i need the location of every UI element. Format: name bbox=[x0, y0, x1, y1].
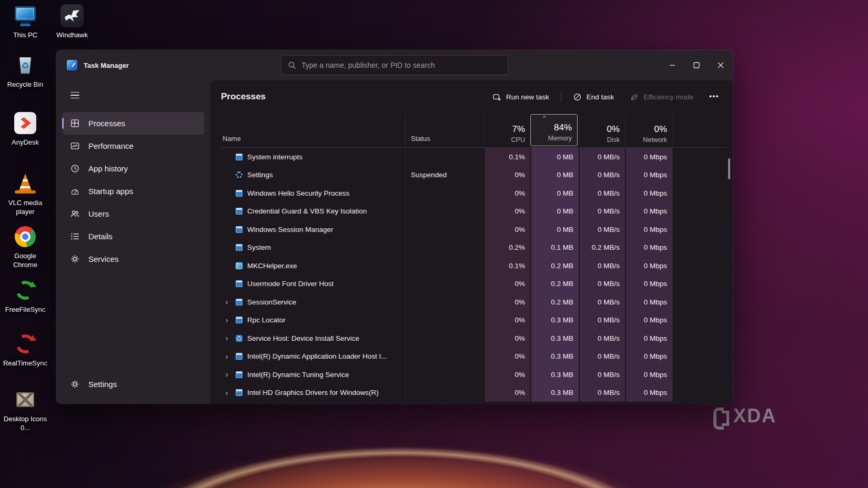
disk-cell: 0 MB/s bbox=[579, 166, 625, 185]
status-cell bbox=[405, 257, 484, 275]
expand-chevron-icon[interactable] bbox=[223, 352, 231, 361]
sidebar-item-settings[interactable]: Settings bbox=[63, 373, 204, 395]
memory-total: 84% bbox=[554, 123, 572, 133]
more-options-button[interactable]: ••• bbox=[703, 88, 725, 106]
table-row[interactable]: Intel(R) Dynamic Tuning Service 0% 0.3 M… bbox=[221, 365, 726, 384]
desktop-icon-label: VLC media player bbox=[3, 199, 47, 217]
network-cell: 0 Mbps bbox=[625, 275, 672, 293]
table-row[interactable]: Windows Session Manager 0% 0 MB 0 MB/s 0… bbox=[221, 220, 726, 239]
hamburger-menu-button[interactable] bbox=[64, 86, 86, 105]
memory-cell: 0.2 MB bbox=[530, 275, 579, 293]
close-button[interactable] bbox=[709, 50, 733, 80]
desktop-icon-label: Recycle Bin bbox=[7, 80, 44, 89]
disk-cell: 0 MB/s bbox=[579, 148, 625, 166]
maximize-button[interactable] bbox=[684, 50, 709, 80]
desktop-icon-this-pc[interactable]: This PC bbox=[6, 3, 44, 40]
desktop-icon-anydesk[interactable]: AnyDesk bbox=[6, 110, 44, 147]
desktop-icon-desktop-icons[interactable]: Desktop Icons 0... bbox=[3, 387, 47, 433]
sidebar: Processes Performance App history Startu… bbox=[56, 80, 210, 404]
table-row[interactable]: Settings Suspended 0% 0 MB 0 MB/s 0 Mbps bbox=[221, 166, 726, 185]
table-row[interactable]: Intel HD Graphics Drivers for Windows(R)… bbox=[221, 384, 726, 402]
network-cell: 0 Mbps bbox=[625, 202, 672, 221]
close-icon bbox=[715, 60, 726, 70]
table-row[interactable]: Rpc Locator 0% 0.3 MB 0 MB/s 0 Mbps bbox=[221, 311, 726, 330]
process-name: Windows Hello Security Process bbox=[247, 189, 349, 197]
cpu-cell: 0% bbox=[484, 384, 530, 402]
process-icon bbox=[236, 280, 243, 287]
column-header-cpu[interactable]: 7% CPU bbox=[484, 113, 530, 147]
table-row[interactable]: System interrupts 0.1% 0 MB 0 MB/s 0 Mbp… bbox=[221, 148, 726, 166]
table-row[interactable]: MKCHelper.exe 0.1% 0.2 MB 0 MB/s 0 Mbps bbox=[221, 257, 726, 275]
search-box[interactable] bbox=[281, 55, 508, 75]
column-header-name[interactable]: Name bbox=[221, 113, 405, 147]
sidebar-item-services[interactable]: Services bbox=[63, 248, 204, 270]
table-row[interactable]: Service Host: Device Install Service 0% … bbox=[221, 329, 726, 348]
process-list: System interrupts 0.1% 0 MB 0 MB/s 0 Mbp… bbox=[210, 148, 733, 404]
startup-apps-icon bbox=[70, 186, 80, 196]
desktop-icon-realtimesync[interactable]: RealTimeSync bbox=[0, 331, 51, 368]
sidebar-item-label: Details bbox=[88, 232, 113, 241]
sidebar-item-processes[interactable]: Processes bbox=[63, 112, 204, 135]
search-input[interactable] bbox=[301, 61, 501, 69]
process-name-cell: Settings bbox=[221, 171, 405, 179]
table-row[interactable]: Credential Guard & VBS Key Isolation 0% … bbox=[221, 202, 726, 221]
sidebar-item-performance[interactable]: Performance bbox=[63, 135, 204, 157]
column-header-filler bbox=[672, 113, 726, 147]
sidebar-item-users[interactable]: Users bbox=[63, 202, 204, 225]
disk-cell: 0 MB/s bbox=[579, 184, 625, 202]
network-cell: 0 Mbps bbox=[625, 329, 672, 348]
filler-cell bbox=[672, 329, 726, 348]
process-name: System interrupts bbox=[247, 153, 302, 161]
expand-chevron-icon[interactable] bbox=[223, 334, 231, 342]
cpu-cell: 0% bbox=[484, 293, 530, 311]
minimize-icon bbox=[667, 60, 678, 70]
column-header-network[interactable]: 0% Network bbox=[625, 113, 672, 147]
table-row[interactable]: Windows Hello Security Process 0% 0 MB 0… bbox=[221, 184, 726, 202]
more-options-icon: ••• bbox=[709, 92, 719, 100]
toolbar: Run new task End task Efficiency mode ••… bbox=[486, 88, 725, 106]
status-cell bbox=[405, 365, 484, 384]
table-row[interactable]: System 0.2% 0.1 MB 0.2 MB/s 0 Mbps bbox=[221, 239, 726, 257]
run-new-task-button[interactable]: Run new task bbox=[486, 88, 556, 106]
sidebar-item-app-history[interactable]: App history bbox=[63, 157, 204, 180]
column-header-disk[interactable]: 0% Disk bbox=[579, 113, 625, 147]
table-row[interactable]: SessionService 0% 0.2 MB 0 MB/s 0 Mbps bbox=[221, 293, 726, 311]
desktop-icon-recycle-bin[interactable]: Recycle Bin bbox=[4, 53, 46, 89]
cpu-cell: 0.1% bbox=[484, 257, 530, 275]
expand-chevron-icon[interactable] bbox=[223, 370, 231, 379]
end-task-icon bbox=[573, 93, 582, 101]
process-icon bbox=[236, 371, 243, 378]
cpu-cell: 0% bbox=[484, 348, 530, 366]
sidebar-item-details[interactable]: Details bbox=[63, 225, 204, 248]
efficiency-mode-button[interactable]: Efficiency mode bbox=[623, 88, 700, 106]
expand-chevron-icon[interactable] bbox=[223, 389, 231, 397]
cpu-cell: 0% bbox=[484, 275, 530, 293]
column-header-memory[interactable]: ^ 84% Memory bbox=[530, 114, 578, 146]
sidebar-item-startup-apps[interactable]: Startup apps bbox=[63, 180, 204, 202]
panel-header: Processes Run new task End task Efficien… bbox=[210, 80, 733, 113]
expand-chevron-icon[interactable] bbox=[223, 316, 231, 324]
cpu-label: CPU bbox=[511, 136, 525, 144]
vertical-scrollbar[interactable] bbox=[728, 158, 730, 179]
end-task-button[interactable]: End task bbox=[567, 88, 621, 106]
process-name-cell: Intel(R) Dynamic Tuning Service bbox=[221, 370, 405, 379]
desktop-icon-freefilesync[interactable]: FreeFileSync bbox=[0, 278, 51, 314]
network-cell: 0 Mbps bbox=[625, 148, 672, 166]
sidebar-item-label: App history bbox=[88, 164, 128, 173]
process-name-cell: System interrupts bbox=[221, 152, 405, 161]
cpu-cell: 0% bbox=[484, 365, 530, 384]
desktop-icon-vlc[interactable]: VLC media player bbox=[3, 171, 47, 217]
memory-label: Memory bbox=[548, 135, 572, 142]
expand-chevron-icon[interactable] bbox=[223, 298, 231, 306]
desktop-icon-windhawk[interactable]: Windhawk bbox=[52, 3, 93, 40]
cpu-cell: 0% bbox=[484, 220, 530, 239]
table-row[interactable]: Intel(R) Dynamic Application Loader Host… bbox=[221, 348, 726, 366]
desktop-icon-chrome[interactable]: Google Chrome bbox=[3, 224, 47, 270]
window-controls bbox=[660, 50, 733, 80]
table-row[interactable]: Usermode Font Driver Host 0% 0.2 MB 0 MB… bbox=[221, 275, 726, 293]
process-icon bbox=[236, 262, 243, 269]
column-header-status[interactable]: Status bbox=[405, 113, 484, 147]
filler-cell bbox=[672, 365, 726, 384]
minimize-button[interactable] bbox=[660, 50, 684, 80]
process-icon bbox=[236, 208, 243, 215]
